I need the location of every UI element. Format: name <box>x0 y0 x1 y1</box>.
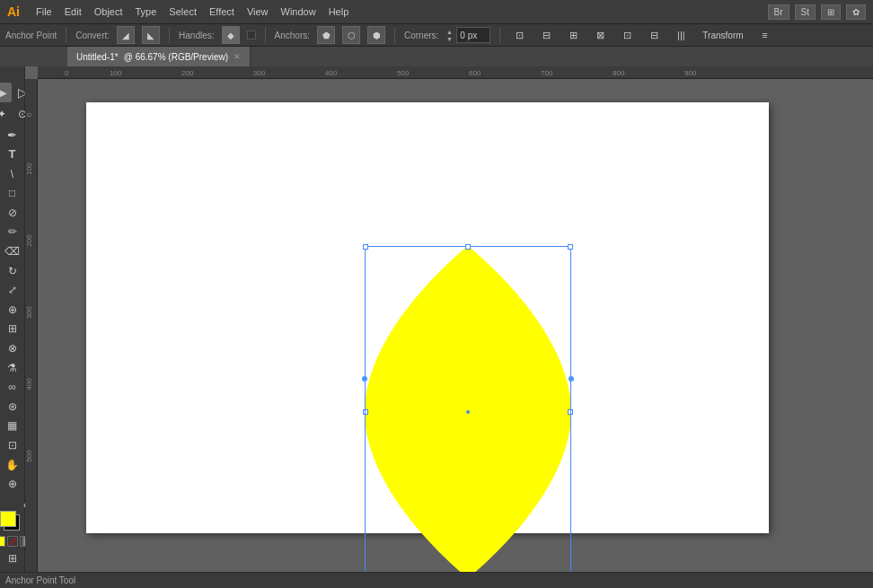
menu-type[interactable]: Type <box>130 4 163 19</box>
svg-text:0: 0 <box>65 69 69 77</box>
align-btn3[interactable]: ⊞ <box>563 26 583 44</box>
svg-text:900: 900 <box>684 69 697 77</box>
stock-icon[interactable]: St <box>795 4 816 20</box>
artboard-tool[interactable]: ⊡ <box>3 436 22 454</box>
artboard-nav[interactable]: ⊞ <box>3 549 22 568</box>
svg-text:800: 800 <box>613 69 625 77</box>
divider3 <box>265 27 266 43</box>
shape-container[interactable] <box>365 246 571 572</box>
handles-btn2[interactable] <box>247 31 256 39</box>
svg-text:0: 0 <box>25 112 33 117</box>
menu-file[interactable]: File <box>31 4 57 19</box>
divider1 <box>66 27 66 43</box>
status-bar: Anchor Point Tool <box>0 572 873 588</box>
puppet-warp-tool[interactable]: ⊕ <box>3 301 22 319</box>
artboard-btn[interactable]: ⊞ <box>3 549 22 568</box>
align-btn2[interactable]: ⊟ <box>536 26 556 44</box>
svg-text:600: 600 <box>469 69 481 77</box>
symbol-tool[interactable]: ⊛ <box>3 398 22 416</box>
menu-edit[interactable]: Edit <box>59 4 87 19</box>
main-area: ▶ ▷ ✦ ⊙ ✒ T \ □ ⊘ ✏ ⌫ ↻ ⤢ ⊕ ⊞ ⊗ ⚗ ∞ ⊛ ▦ … <box>0 66 873 572</box>
align-btn4[interactable]: ⊠ <box>590 26 610 44</box>
divider5 <box>499 27 500 43</box>
none-btn[interactable] <box>7 536 18 547</box>
hand-tool[interactable]: ✋ <box>3 456 22 474</box>
ruler-vertical: 0 100 200 300 400 500 <box>25 79 38 572</box>
align-btn7[interactable]: ||| <box>671 26 691 44</box>
color-fill-btn[interactable] <box>0 536 5 547</box>
artboard[interactable] <box>86 102 769 533</box>
fill-indicator[interactable] <box>0 511 16 527</box>
free-transform-tool[interactable]: ⊞ <box>3 320 22 338</box>
anchors-label: Anchors: <box>275 31 310 40</box>
zoom-tool[interactable]: ⊕ <box>3 475 22 493</box>
shape-builder-tool[interactable]: ⊗ <box>3 339 22 357</box>
svg-text:300: 300 <box>253 69 266 77</box>
convert-smooth-btn[interactable]: ◣ <box>142 26 160 44</box>
handles-label: Handles: <box>179 31 214 40</box>
menu-view[interactable]: View <box>242 4 274 19</box>
anchors-btn1[interactable]: ⬟ <box>317 26 335 44</box>
app-logo: Ai <box>7 4 20 19</box>
svg-text:100: 100 <box>110 69 122 77</box>
rotate-tool[interactable]: ↻ <box>3 262 22 280</box>
corners-input-wrap: ▲ ▼ <box>445 27 490 43</box>
divider4 <box>394 27 395 43</box>
svg-text:200: 200 <box>181 69 194 77</box>
corners-up[interactable]: ▲ <box>445 28 453 35</box>
svg-text:400: 400 <box>25 378 33 391</box>
menu-effect[interactable]: Effect <box>204 4 240 19</box>
ruler-corner <box>0 66 13 79</box>
fill-stroke-group <box>0 511 25 534</box>
svg-text:500: 500 <box>25 450 33 462</box>
blend-tool[interactable]: ∞ <box>3 378 22 396</box>
graph-tool[interactable]: ▦ <box>3 417 22 435</box>
menu-bar: File Edit Object Type Select Effect View… <box>31 4 768 19</box>
kuler-icon[interactable]: ✿ <box>846 4 866 20</box>
menu-help[interactable]: Help <box>323 4 355 19</box>
menu-object[interactable]: Object <box>89 4 128 19</box>
corners-label: Corners: <box>404 31 438 40</box>
svg-text:500: 500 <box>397 69 410 77</box>
title-bar: Ai File Edit Object Type Select Effect V… <box>0 0 873 23</box>
eraser-tool[interactable]: ⌫ <box>3 242 22 260</box>
eyedropper-tool[interactable]: ⚗ <box>3 359 22 377</box>
transform-btn[interactable]: Transform <box>698 29 747 42</box>
tab-subtitle: @ 66.67% (RGB/Preview) <box>124 52 228 62</box>
line-tool[interactable]: \ <box>3 165 22 183</box>
tab-close-btn[interactable]: ✕ <box>234 52 241 61</box>
rect-tool[interactable]: □ <box>3 184 22 202</box>
anchors-btn2[interactable]: ⬡ <box>342 26 360 44</box>
canvas-area[interactable]: 0 100 200 300 400 500 600 700 800 900 0 … <box>25 66 873 572</box>
select-tool[interactable]: ▶ <box>0 83 12 102</box>
svg-text:200: 200 <box>25 234 33 247</box>
handles-btn1[interactable]: ◆ <box>222 26 240 44</box>
align-btn6[interactable]: ⊟ <box>644 26 664 44</box>
paintbrush-tool[interactable]: ⊘ <box>3 204 22 222</box>
leaf-shape[interactable] <box>365 246 571 572</box>
align-btn5[interactable]: ⊡ <box>617 26 637 44</box>
center-point <box>466 410 470 414</box>
svg-text:300: 300 <box>25 306 33 319</box>
right-handle-point[interactable] <box>569 376 574 382</box>
bridge-icon[interactable]: Br <box>768 4 789 20</box>
svg-text:400: 400 <box>325 69 338 77</box>
convert-corner-btn[interactable]: ◢ <box>117 26 135 44</box>
pencil-tool[interactable]: ✏ <box>3 224 22 241</box>
left-handle-point[interactable] <box>362 376 367 382</box>
menu-select[interactable]: Select <box>163 4 202 19</box>
anchors-btn3[interactable]: ⬢ <box>367 26 385 44</box>
document-tab[interactable]: Untitled-1* @ 66.67% (RGB/Preview) ✕ <box>67 47 251 66</box>
corners-value[interactable] <box>456 27 490 43</box>
magic-wand-tool[interactable]: ✦ <box>0 104 12 124</box>
divider2 <box>169 27 170 43</box>
scale-tool[interactable]: ⤢ <box>3 281 22 299</box>
pen-tool[interactable]: ✒ <box>3 126 22 144</box>
more-btn[interactable]: ≡ <box>755 26 775 44</box>
left-toolbar: ▶ ▷ ✦ ⊙ ✒ T \ □ ⊘ ✏ ⌫ ↻ ⤢ ⊕ ⊞ ⊗ ⚗ ∞ ⊛ ▦ … <box>0 66 25 572</box>
corners-down[interactable]: ▼ <box>445 35 453 42</box>
align-btn1[interactable]: ⊡ <box>509 26 529 44</box>
grid-icon[interactable]: ⊞ <box>821 4 841 20</box>
menu-window[interactable]: Window <box>276 4 322 19</box>
type-tool[interactable]: T <box>3 145 22 163</box>
